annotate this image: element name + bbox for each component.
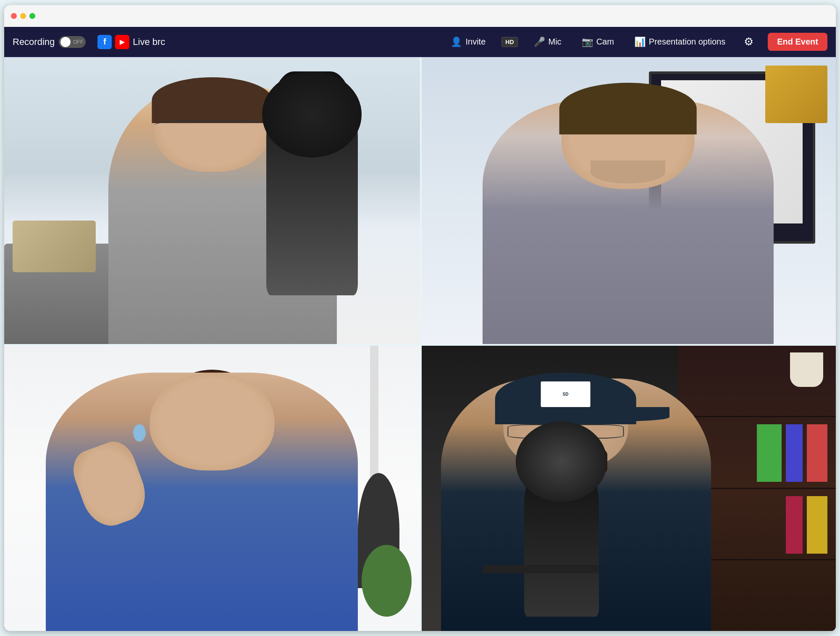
toolbar-left: Recording OFF f ▶ Live brc	[13, 35, 446, 49]
presentation-button[interactable]: 📊 Presentation options	[630, 34, 730, 50]
invite-icon: 👤	[451, 37, 462, 47]
video-cell-4: SD	[420, 344, 836, 631]
presentation-label: Presentation options	[649, 37, 725, 47]
video-cell-3	[4, 344, 420, 631]
cam-label: Cam	[596, 37, 614, 47]
cam-icon: 📷	[582, 37, 593, 47]
title-bar	[4, 5, 836, 27]
toggle-knob	[60, 37, 71, 47]
invite-button[interactable]: 👤 Invite	[446, 34, 490, 50]
recording-label: Recording	[13, 37, 55, 47]
video-cell-1	[4, 57, 420, 344]
settings-button[interactable]: ⚙	[741, 33, 756, 51]
video-placeholder-2	[420, 57, 836, 344]
toolbar: Recording OFF f ▶ Live brc 👤 Invite HD	[4, 27, 836, 57]
live-brc-label: Live brc	[133, 37, 165, 47]
toolbar-right: 👤 Invite HD 🎤 Mic 📷 Cam 📊 Presentation o…	[446, 33, 827, 51]
video-placeholder-1	[4, 57, 420, 344]
facebook-icon[interactable]: f	[97, 35, 112, 49]
app-window: Recording OFF f ▶ Live brc 👤 Invite HD	[4, 5, 836, 631]
minimize-button[interactable]	[20, 13, 26, 19]
live-section: f ▶ Live brc	[97, 35, 165, 49]
end-event-button[interactable]: End Event	[768, 33, 827, 51]
video-cell-2	[420, 57, 836, 344]
recording-section: Recording OFF	[13, 36, 86, 48]
mic-button[interactable]: 🎤 Mic	[530, 34, 566, 50]
video-placeholder-4: SD	[420, 344, 836, 631]
youtube-icon[interactable]: ▶	[115, 35, 129, 49]
mic-icon: 🎤	[534, 37, 545, 47]
traffic-lights	[11, 13, 35, 19]
video-placeholder-3	[4, 344, 420, 631]
close-button[interactable]	[11, 13, 17, 19]
vertical-divider	[420, 57, 422, 631]
maximize-button[interactable]	[29, 13, 35, 19]
hd-badge[interactable]: HD	[501, 37, 517, 47]
invite-label: Invite	[465, 37, 486, 47]
presentation-icon: 📊	[634, 37, 646, 47]
recording-toggle[interactable]: OFF	[59, 36, 86, 48]
mic-label: Mic	[549, 37, 562, 47]
cam-button[interactable]: 📷 Cam	[578, 34, 618, 50]
toggle-state-label: OFF	[73, 39, 83, 45]
